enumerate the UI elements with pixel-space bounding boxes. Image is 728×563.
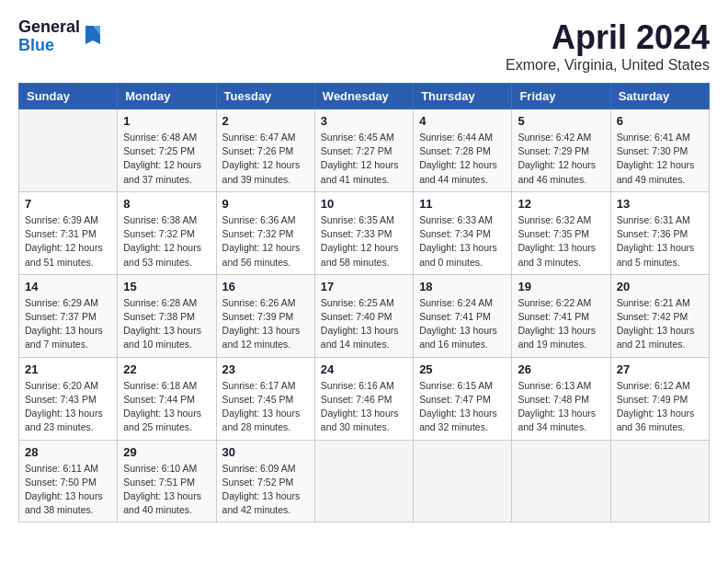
day-number: 21 <box>25 362 111 376</box>
header-cell-tuesday: Tuesday <box>216 84 314 109</box>
day-info: Sunrise: 6:20 AM Sunset: 7:43 PM Dayligh… <box>25 379 111 435</box>
calendar-table: SundayMondayTuesdayWednesdayThursdayFrid… <box>18 83 710 523</box>
day-cell: 6Sunrise: 6:41 AM Sunset: 7:30 PM Daylig… <box>610 109 709 192</box>
day-number: 30 <box>222 445 309 459</box>
day-number: 26 <box>518 362 604 376</box>
day-number: 6 <box>617 114 703 128</box>
header-cell-sunday: Sunday <box>19 84 118 109</box>
day-info: Sunrise: 6:45 AM Sunset: 7:27 PM Dayligh… <box>321 131 407 187</box>
day-number: 17 <box>321 280 407 293</box>
calendar-header: SundayMondayTuesdayWednesdayThursdayFrid… <box>19 84 710 109</box>
day-info: Sunrise: 6:28 AM Sunset: 7:38 PM Dayligh… <box>123 296 210 352</box>
day-cell: 14Sunrise: 6:29 AM Sunset: 7:37 PM Dayli… <box>19 274 118 357</box>
day-number: 10 <box>321 197 407 211</box>
page-header: General Blue April 2024 Exmore, Virginia… <box>18 18 710 74</box>
day-info: Sunrise: 6:17 AM Sunset: 7:45 PM Dayligh… <box>222 379 309 435</box>
day-cell: 26Sunrise: 6:13 AM Sunset: 7:48 PM Dayli… <box>512 357 610 440</box>
day-info: Sunrise: 6:21 AM Sunset: 7:42 PM Dayligh… <box>617 296 703 352</box>
title-block: April 2024 Exmore, Virginia, United Stat… <box>506 18 710 74</box>
day-cell: 19Sunrise: 6:22 AM Sunset: 7:41 PM Dayli… <box>512 274 610 357</box>
day-number: 25 <box>419 362 506 376</box>
day-number: 5 <box>518 114 604 128</box>
day-number: 19 <box>518 280 604 293</box>
day-cell: 18Sunrise: 6:24 AM Sunset: 7:41 PM Dayli… <box>414 274 512 357</box>
day-info: Sunrise: 6:12 AM Sunset: 7:49 PM Dayligh… <box>617 379 703 435</box>
day-info: Sunrise: 6:24 AM Sunset: 7:41 PM Dayligh… <box>419 296 506 352</box>
day-cell: 24Sunrise: 6:16 AM Sunset: 7:46 PM Dayli… <box>314 357 413 440</box>
day-info: Sunrise: 6:41 AM Sunset: 7:30 PM Dayligh… <box>617 131 703 187</box>
day-cell: 21Sunrise: 6:20 AM Sunset: 7:43 PM Dayli… <box>19 357 118 440</box>
day-number: 29 <box>123 445 210 459</box>
day-cell: 7Sunrise: 6:39 AM Sunset: 7:31 PM Daylig… <box>19 191 118 274</box>
day-number: 9 <box>222 197 309 211</box>
day-info: Sunrise: 6:33 AM Sunset: 7:34 PM Dayligh… <box>419 213 506 270</box>
day-info: Sunrise: 6:35 AM Sunset: 7:33 PM Dayligh… <box>321 213 407 270</box>
day-cell: 3Sunrise: 6:45 AM Sunset: 7:27 PM Daylig… <box>314 109 413 192</box>
day-number: 1 <box>123 114 210 128</box>
header-cell-friday: Friday <box>512 84 610 109</box>
logo: General Blue <box>18 18 104 55</box>
day-number: 2 <box>222 114 309 128</box>
day-cell: 5Sunrise: 6:42 AM Sunset: 7:29 PM Daylig… <box>512 109 610 192</box>
day-number: 8 <box>123 197 210 211</box>
day-cell: 4Sunrise: 6:44 AM Sunset: 7:28 PM Daylig… <box>414 109 512 192</box>
logo-general: General <box>18 18 80 37</box>
day-cell: 22Sunrise: 6:18 AM Sunset: 7:44 PM Dayli… <box>118 357 216 440</box>
day-cell: 29Sunrise: 6:10 AM Sunset: 7:51 PM Dayli… <box>118 440 216 523</box>
day-cell: 23Sunrise: 6:17 AM Sunset: 7:45 PM Dayli… <box>216 357 314 440</box>
day-info: Sunrise: 6:18 AM Sunset: 7:44 PM Dayligh… <box>123 379 210 435</box>
day-cell: 25Sunrise: 6:15 AM Sunset: 7:47 PM Dayli… <box>414 357 512 440</box>
logo-blue: Blue <box>18 37 80 55</box>
day-cell <box>610 440 709 523</box>
day-info: Sunrise: 6:13 AM Sunset: 7:48 PM Dayligh… <box>518 379 604 435</box>
logo-icon <box>82 22 104 48</box>
day-info: Sunrise: 6:42 AM Sunset: 7:29 PM Dayligh… <box>518 131 604 187</box>
day-cell: 11Sunrise: 6:33 AM Sunset: 7:34 PM Dayli… <box>414 191 512 274</box>
week-row-3: 14Sunrise: 6:29 AM Sunset: 7:37 PM Dayli… <box>19 274 710 357</box>
week-row-5: 28Sunrise: 6:11 AM Sunset: 7:50 PM Dayli… <box>19 440 710 523</box>
day-info: Sunrise: 6:16 AM Sunset: 7:46 PM Dayligh… <box>321 379 407 435</box>
day-number: 14 <box>25 280 111 293</box>
day-cell: 28Sunrise: 6:11 AM Sunset: 7:50 PM Dayli… <box>19 440 118 523</box>
day-number: 4 <box>419 114 506 128</box>
day-info: Sunrise: 6:29 AM Sunset: 7:37 PM Dayligh… <box>25 296 111 352</box>
day-cell: 9Sunrise: 6:36 AM Sunset: 7:32 PM Daylig… <box>216 191 314 274</box>
day-cell <box>19 109 118 192</box>
day-info: Sunrise: 6:15 AM Sunset: 7:47 PM Dayligh… <box>419 379 506 435</box>
day-number: 13 <box>617 197 703 211</box>
day-number: 27 <box>617 362 703 376</box>
day-info: Sunrise: 6:38 AM Sunset: 7:32 PM Dayligh… <box>123 213 210 270</box>
header-cell-wednesday: Wednesday <box>314 84 413 109</box>
day-number: 20 <box>617 280 703 293</box>
day-number: 18 <box>419 280 506 293</box>
day-number: 11 <box>419 197 506 211</box>
header-cell-saturday: Saturday <box>610 84 709 109</box>
week-row-4: 21Sunrise: 6:20 AM Sunset: 7:43 PM Dayli… <box>19 357 710 440</box>
day-number: 16 <box>222 280 309 293</box>
day-info: Sunrise: 6:26 AM Sunset: 7:39 PM Dayligh… <box>222 296 309 352</box>
day-info: Sunrise: 6:48 AM Sunset: 7:25 PM Dayligh… <box>123 131 210 187</box>
calendar-body: 1Sunrise: 6:48 AM Sunset: 7:25 PM Daylig… <box>19 109 710 523</box>
day-info: Sunrise: 6:25 AM Sunset: 7:40 PM Dayligh… <box>321 296 407 352</box>
day-info: Sunrise: 6:44 AM Sunset: 7:28 PM Dayligh… <box>419 131 506 187</box>
day-cell: 12Sunrise: 6:32 AM Sunset: 7:35 PM Dayli… <box>512 191 610 274</box>
day-cell <box>414 440 512 523</box>
header-row: SundayMondayTuesdayWednesdayThursdayFrid… <box>19 84 710 109</box>
day-info: Sunrise: 6:47 AM Sunset: 7:26 PM Dayligh… <box>222 131 309 187</box>
day-info: Sunrise: 6:09 AM Sunset: 7:52 PM Dayligh… <box>222 462 309 518</box>
day-cell: 8Sunrise: 6:38 AM Sunset: 7:32 PM Daylig… <box>118 191 216 274</box>
day-info: Sunrise: 6:11 AM Sunset: 7:50 PM Dayligh… <box>25 462 111 518</box>
day-info: Sunrise: 6:22 AM Sunset: 7:41 PM Dayligh… <box>518 296 604 352</box>
day-cell <box>512 440 610 523</box>
day-cell <box>314 440 413 523</box>
day-number: 12 <box>518 197 604 211</box>
day-cell: 30Sunrise: 6:09 AM Sunset: 7:52 PM Dayli… <box>216 440 314 523</box>
location-title: Exmore, Virginia, United States <box>506 57 710 74</box>
day-cell: 10Sunrise: 6:35 AM Sunset: 7:33 PM Dayli… <box>314 191 413 274</box>
day-cell: 16Sunrise: 6:26 AM Sunset: 7:39 PM Dayli… <box>216 274 314 357</box>
day-info: Sunrise: 6:10 AM Sunset: 7:51 PM Dayligh… <box>123 462 210 518</box>
month-title: April 2024 <box>506 18 710 57</box>
header-cell-thursday: Thursday <box>414 84 512 109</box>
day-info: Sunrise: 6:39 AM Sunset: 7:31 PM Dayligh… <box>25 213 111 270</box>
day-cell: 17Sunrise: 6:25 AM Sunset: 7:40 PM Dayli… <box>314 274 413 357</box>
